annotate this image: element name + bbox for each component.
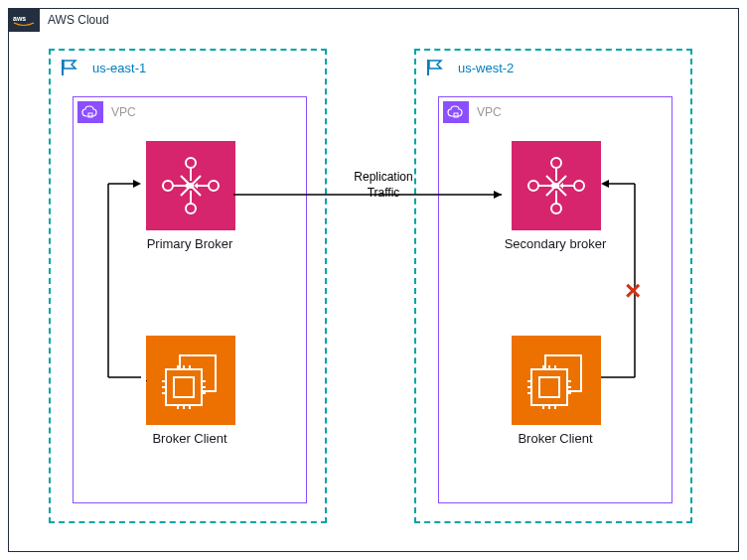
vpc-label-west: VPC [469, 105, 502, 119]
broker-client-box-west [512, 336, 601, 425]
blocked-connection-icon: × [625, 275, 641, 307]
vpc-header-west: VPC [443, 101, 502, 123]
svg-rect-19 [531, 369, 567, 405]
broker-client-label-west: Broker Client [439, 431, 672, 446]
aws-logo-icon: aws [8, 8, 40, 32]
region-header-west: us-west-2 [422, 57, 514, 78]
svg-point-13 [551, 158, 561, 168]
vpc-header-east: VPC [77, 101, 136, 123]
region-header-east: us-east-1 [57, 57, 146, 78]
svg-point-6 [209, 181, 219, 191]
replication-traffic-label: Replication Traffic [343, 170, 424, 201]
secondary-broker-box [512, 141, 601, 230]
aws-cloud-container: aws AWS Cloud us-east-1 VPC [8, 8, 739, 552]
region-flag-icon [422, 57, 448, 78]
svg-point-14 [551, 204, 561, 213]
region-label-west: us-west-2 [448, 61, 514, 75]
primary-broker-box [146, 141, 235, 230]
broker-icon [522, 151, 591, 220]
vpc-cloud-icon [77, 101, 103, 123]
svg-point-15 [528, 181, 538, 191]
region-label-east: us-east-1 [82, 61, 146, 75]
region-flag-icon [57, 57, 82, 78]
cloud-label: AWS Cloud [40, 13, 109, 27]
svg-point-4 [186, 204, 196, 213]
svg-text:aws: aws [13, 15, 26, 22]
broker-client-label-east: Broker Client [74, 431, 306, 446]
client-icon [156, 346, 225, 415]
svg-point-5 [163, 181, 173, 191]
vpc-cloud-icon [443, 101, 469, 123]
svg-point-3 [186, 158, 196, 168]
cloud-header: aws AWS Cloud [8, 8, 109, 32]
region-us-east-1: us-east-1 VPC [49, 49, 327, 523]
broker-icon [156, 151, 225, 220]
primary-broker-label: Primary Broker [74, 236, 306, 251]
region-us-west-2: us-west-2 VPC [414, 49, 692, 523]
secondary-broker-label: Secondary broker [439, 236, 672, 251]
vpc-label-east: VPC [103, 105, 136, 119]
client-icon [522, 346, 591, 415]
vpc-container-east: VPC Primary Broker [73, 96, 307, 503]
broker-client-box-east [146, 336, 235, 425]
svg-point-16 [574, 181, 584, 191]
svg-rect-9 [166, 369, 202, 405]
